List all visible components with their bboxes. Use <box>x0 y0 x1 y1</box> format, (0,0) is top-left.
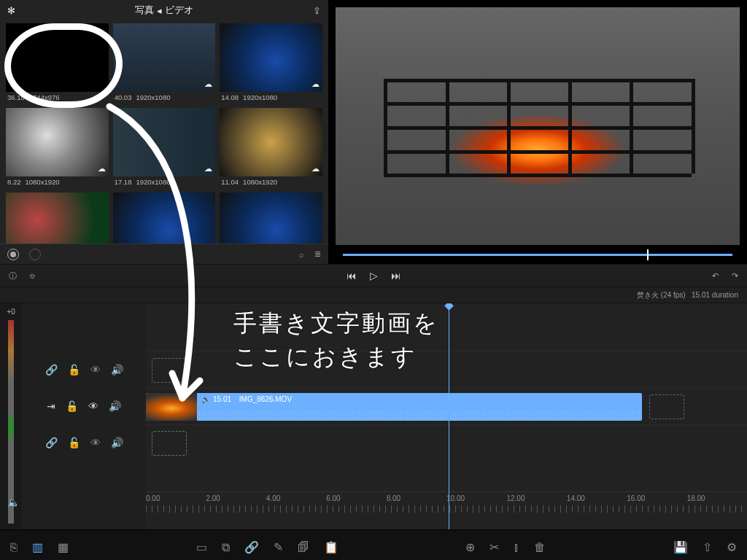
select-mode-on-icon[interactable] <box>7 249 19 260</box>
eye-icon[interactable]: 👁 <box>90 364 101 376</box>
cut-button[interactable]: ✂ <box>489 540 499 554</box>
thumbnail-duration: 14.08 <box>221 93 239 104</box>
library-tab-video[interactable]: ビデオ <box>165 4 193 17</box>
thumbnail-duration: 40.03 <box>115 93 132 104</box>
thumbnail-duration: 8.22 <box>7 178 21 188</box>
add-button[interactable]: ⊕ <box>465 540 475 554</box>
search-icon[interactable]: ⌕ <box>299 250 304 259</box>
eye-icon[interactable]: 👁 <box>88 400 98 412</box>
media-thumbnail[interactable]: ☁14.081920x1080 <box>220 192 322 244</box>
thumbnail-image <box>6 23 109 92</box>
cloud-icon: ☁ <box>311 164 320 174</box>
ruler-label: 2.00 <box>206 494 266 502</box>
playhead[interactable] <box>449 303 449 529</box>
tool-box2-icon[interactable]: ⧉ <box>222 541 230 554</box>
thumbnail-image: ☁ <box>6 108 109 176</box>
thumbnail-resolution: 1920x1080 <box>136 93 170 104</box>
tool-clipboard-icon[interactable]: 📋 <box>324 540 338 554</box>
link-icon[interactable]: 🔗 <box>45 437 58 448</box>
thumbnail-resolution: 1080x1920 <box>243 178 277 188</box>
tool-note-icon[interactable]: 🗐 <box>298 541 309 554</box>
master-speaker-icon[interactable]: 🔈 <box>7 497 20 508</box>
video-clip[interactable]: 🔈 15.01 IMG_8626.MOV <box>146 393 642 421</box>
rosette-icon[interactable]: ✻ <box>7 5 15 16</box>
sound-icon[interactable]: 🔊 <box>109 400 121 412</box>
prev-frame-button[interactable]: ⏮ <box>347 270 357 281</box>
eye-icon[interactable]: 👁 <box>90 437 101 448</box>
timeline-ruler[interactable]: 0.002.004.006.008.0010.0012.0014.0016.00… <box>146 494 747 502</box>
pointer-left-icon: ◂ <box>157 5 162 16</box>
scrubber-head[interactable] <box>647 249 649 260</box>
ruler-label: 16.00 <box>627 494 686 502</box>
media-thumbnail[interactable]: ☁40.031920x1080 <box>113 23 216 104</box>
audio-meter <box>8 320 14 524</box>
fit-icon[interactable]: ⇥ <box>47 400 55 412</box>
clip-sound-icon: 🔈 <box>201 395 210 403</box>
arrange-icon[interactable]: ⫿ <box>514 541 519 554</box>
preview-pane <box>328 0 747 264</box>
project-name: 焚き火 <box>637 291 659 299</box>
audio-meter-label: +0 <box>7 308 15 316</box>
settings-icon[interactable]: ⚙ <box>727 540 737 554</box>
ruler-label: 8.00 <box>387 494 446 502</box>
clip-duration: 15.01 <box>213 395 231 403</box>
media-thumbnail[interactable]: ☁11.041080x1920 <box>220 108 322 188</box>
thumbnail-duration: 17.18 <box>115 178 132 188</box>
lock-icon[interactable]: 🔓 <box>68 437 80 448</box>
bookmark-icon[interactable]: ⎊ <box>30 271 35 280</box>
media-thumbnail[interactable]: ☁15.071920x1080 <box>113 192 216 244</box>
share-icon[interactable]: ⇧ <box>703 540 712 554</box>
thumbnail-image: ☁ <box>113 108 216 176</box>
cloud-icon: ☁ <box>98 164 106 174</box>
thumbnail-image: ☁ <box>220 192 322 244</box>
library-panel-icon[interactable]: ▥ <box>32 540 43 554</box>
thumbnail-image: ☁ <box>113 192 216 244</box>
ruler-label: 4.00 <box>266 494 326 502</box>
thumbnail-image: ☁ <box>220 108 322 176</box>
media-thumbnail[interactable]: ☁14.081920x1080 <box>220 23 322 104</box>
tool-pencil-icon[interactable]: ✎ <box>274 540 283 554</box>
video-track-placeholder[interactable] <box>649 394 684 419</box>
save-icon[interactable]: 💾 <box>673 540 688 554</box>
thumbnail-image: ☁ <box>6 192 109 244</box>
project-duration: 15.01 duration <box>692 291 738 299</box>
media-thumbnail[interactable]: ☁8.221080x1920 <box>6 108 109 188</box>
preview-scrubber[interactable] <box>343 254 732 256</box>
add-project-icon[interactable]: ⎘ <box>10 541 18 554</box>
preview-image[interactable] <box>336 7 740 245</box>
trash-button[interactable]: 🗑 <box>534 541 546 554</box>
lock-icon[interactable]: 🔓 <box>66 400 78 412</box>
tool-box1-icon[interactable]: ▭ <box>196 540 207 554</box>
redo-button[interactable]: ↷ <box>732 271 738 281</box>
media-thumbnail[interactable]: ☁12.091080x1920 <box>6 192 109 244</box>
media-thumbnail[interactable]: 36.181744x976 <box>6 23 109 104</box>
link-icon[interactable]: 🔗 <box>45 364 58 376</box>
ruler-label: 18.00 <box>687 494 747 502</box>
clip-thumbnail <box>146 393 197 421</box>
audio-track-placeholder[interactable] <box>152 431 187 456</box>
ruler-label: 10.00 <box>446 494 506 502</box>
info-icon[interactable]: ⓘ <box>9 271 17 281</box>
undo-button[interactable]: ↶ <box>712 271 719 281</box>
ruler-label: 12.00 <box>506 494 566 502</box>
bars-icon[interactable]: ▦ <box>58 540 69 554</box>
thumbnail-resolution: 1744x976 <box>29 93 60 104</box>
export-icon[interactable]: ⇪ <box>313 5 321 16</box>
select-mode-off-icon[interactable] <box>29 249 41 260</box>
lock-icon[interactable]: 🔓 <box>68 364 80 376</box>
next-frame-button[interactable]: ⏭ <box>391 270 401 281</box>
list-view-icon[interactable]: ≣ <box>314 249 321 259</box>
sound-icon[interactable]: 🔊 <box>111 364 123 376</box>
thumbnail-duration: 36.18 <box>7 93 25 104</box>
library-tab-photo[interactable]: 写真 <box>135 4 154 17</box>
thumbnail-image: ☁ <box>220 23 322 92</box>
thumbnail-duration: 11.04 <box>221 178 239 188</box>
media-thumbnail[interactable]: ☁17.181920x1080 <box>113 108 216 188</box>
thumbnail-resolution: 1080x1920 <box>26 178 60 188</box>
ruler-label: 0.00 <box>146 494 206 502</box>
overlay-track-placeholder[interactable] <box>152 358 187 383</box>
play-button[interactable]: ▷ <box>370 270 378 281</box>
tool-link-icon[interactable]: 🔗 <box>244 540 259 554</box>
ruler-label: 14.00 <box>567 494 627 502</box>
sound-icon[interactable]: 🔊 <box>111 437 123 448</box>
